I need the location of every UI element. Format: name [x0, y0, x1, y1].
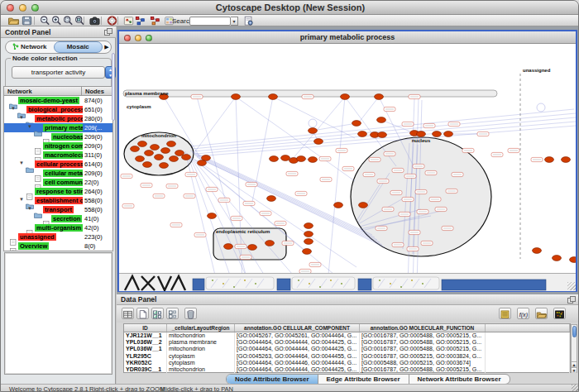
gene-node[interactable]: [161, 148, 170, 154]
tab-network[interactable]: Network: [6, 41, 54, 53]
expander-icon[interactable]: ▼: [11, 106, 16, 111]
snapshot-button[interactable]: [89, 16, 101, 26]
unselect-attributes-button[interactable]: [166, 308, 179, 319]
table-row[interactable]: YDR039C__1mitochondrion[GO:0044464, GO:0…: [124, 366, 570, 373]
gene-node[interactable]: [182, 155, 191, 160]
tab-network-attribute-browser[interactable]: Network Attribute Browser: [409, 375, 510, 384]
zoom-selected-button[interactable]: [62, 16, 74, 26]
gene-node[interactable]: [145, 151, 154, 156]
float-panel-icon[interactable]: [104, 28, 112, 36]
gene-node[interactable]: [198, 160, 207, 166]
attribute-list-button[interactable]: [122, 308, 134, 319]
float-data-panel-icon[interactable]: [567, 296, 576, 304]
tree-row-cellular-process[interactable]: ▼cellular process614(0): [4, 160, 112, 169]
gene-node[interactable]: [131, 146, 140, 152]
tree-row-macromolecule[interactable]: macromolecule311(0): [4, 151, 112, 160]
expander-icon[interactable]: ▼: [19, 160, 24, 165]
tree-row-secretion[interactable]: secretion41(0): [4, 214, 112, 223]
tree-row-mosaic-demo-yeast[interactable]: mosaic-demo-yeast874(0): [4, 96, 112, 105]
table-row[interactable]: YKR052Ccytoplasm[GO:0044464, GO:0044446,…: [124, 360, 570, 366]
function-builder-button[interactable]: f(x): [517, 308, 529, 319]
tree-row-establishment-of-lo[interactable]: ▼establishment of lo558(0): [4, 196, 112, 205]
gene-node[interactable]: [167, 141, 176, 147]
gene-node[interactable]: [533, 248, 542, 254]
birdseye-view-panel[interactable]: [4, 252, 112, 375]
gene-node[interactable]: [545, 157, 554, 163]
gene-node[interactable]: [553, 256, 562, 261]
search-options-button[interactable]: [242, 16, 255, 26]
save-session-button[interactable]: [21, 16, 33, 26]
gene-node[interactable]: [208, 213, 217, 219]
gene-node[interactable]: [377, 117, 386, 123]
delete-attribute-button[interactable]: [184, 308, 197, 319]
tree-column-nodes[interactable]: Nodes: [81, 86, 113, 96]
tree-row-biological-process[interactable]: ▼biological_process651(0): [4, 105, 112, 114]
gene-node[interactable]: [304, 223, 313, 229]
tree-row-overview[interactable]: Overview8(0): [4, 241, 112, 251]
column-header[interactable]: ID: [124, 324, 167, 332]
gene-node[interactable]: [143, 162, 152, 168]
table-row[interactable]: YPL036W__2plasma membrane[GO:0044464, GO…: [124, 339, 570, 346]
table-scrollbar[interactable]: ▲ ▼: [571, 324, 577, 374]
gene-node[interactable]: [417, 131, 426, 137]
canvas-bottom-strip[interactable]: [119, 273, 576, 291]
gene-node[interactable]: [269, 94, 278, 100]
gene-node[interactable]: [378, 132, 387, 138]
gene-node[interactable]: [334, 203, 343, 208]
expander-icon[interactable]: ▼: [19, 197, 24, 202]
scroll-down-button[interactable]: ▼: [572, 367, 577, 373]
create-attribute-button[interactable]: [136, 308, 149, 319]
gene-node[interactable]: [570, 257, 577, 263]
gene-node[interactable]: [151, 145, 160, 151]
import-attributes-button[interactable]: [535, 308, 548, 319]
column-header[interactable]: annotation.GO MOLECULAR_FUNCTION: [360, 324, 486, 332]
gene-node[interactable]: [297, 156, 306, 162]
attribute-batch-button[interactable]: [499, 308, 511, 319]
strip-thumbnail[interactable]: [373, 277, 439, 289]
gene-node[interactable]: [270, 156, 279, 162]
gene-node[interactable]: [444, 131, 453, 137]
gene-node[interactable]: [341, 94, 350, 100]
tree-row-primary-metabo[interactable]: ▼primary metabo209(...: [4, 123, 112, 132]
scroll-up-button[interactable]: ▲: [572, 361, 577, 367]
table-row[interactable]: YJR121W__1mitochondrion[GO:0045267, GO:0…: [124, 332, 570, 339]
gene-node[interactable]: [314, 139, 323, 145]
gene-node[interactable]: [138, 141, 147, 147]
gene-node[interactable]: [304, 232, 313, 237]
zoom-out-button[interactable]: [39, 16, 51, 26]
gene-node[interactable]: [267, 196, 276, 202]
gene-node[interactable]: [170, 156, 179, 162]
column-header[interactable]: _cellularLayoutRegion: [167, 324, 235, 332]
table-scrollbar-thumb[interactable]: [572, 326, 577, 337]
gene-node[interactable]: [562, 157, 571, 163]
gene-node[interactable]: [304, 239, 313, 245]
vizmapper-blue-button[interactable]: [134, 16, 146, 26]
tree-row-nucleobase-[interactable]: nucleobase-209(0): [4, 132, 112, 141]
tab-mosaic[interactable]: Mosaic: [54, 41, 103, 53]
tab-edge-attribute-browser[interactable]: Edge Attribute Browser: [318, 375, 409, 384]
expander-icon[interactable]: ▼: [19, 115, 24, 120]
tree-row-cellular-metabol[interactable]: cellular metabol209(0): [4, 169, 112, 178]
expander-icon[interactable]: ▼: [27, 206, 32, 211]
column-header[interactable]: [486, 324, 570, 332]
tab-node-attribute-browser[interactable]: Node Attribute Browser: [227, 375, 318, 384]
gene-node[interactable]: [303, 249, 312, 255]
gene-node[interactable]: [375, 94, 384, 100]
help-button[interactable]: [106, 16, 118, 26]
gene-node[interactable]: [224, 244, 233, 250]
tree-row-nitrogen-compo[interactable]: nitrogen compo209(0): [4, 141, 112, 151]
open-session-button[interactable]: [7, 16, 20, 26]
vizmapper-red-button[interactable]: [149, 16, 161, 26]
select-attributes-button[interactable]: [151, 308, 164, 319]
tree-row-unassigned[interactable]: unassigned223(0): [4, 232, 112, 241]
table-row[interactable]: YPL036W__1mitochondrion[GO:0044464, GO:0…: [124, 346, 570, 352]
node-color-combobox[interactable]: transporter activity ▲▼: [12, 66, 105, 79]
strip-selected-block[interactable]: [358, 279, 371, 290]
frame-resize-grip[interactable]: [567, 282, 576, 290]
gene-node[interactable]: [175, 151, 184, 156]
gene-node[interactable]: [352, 121, 361, 127]
tree-row-response-to-stimulu[interactable]: response to stimulu264(0): [4, 187, 112, 196]
column-header[interactable]: annotation.GO CELLULAR_COMPONENT: [235, 324, 360, 332]
table-row[interactable]: YLR295Ccytoplasm[GO:0045263, GO:0044464,…: [124, 353, 570, 360]
search-input[interactable]: [189, 17, 231, 26]
